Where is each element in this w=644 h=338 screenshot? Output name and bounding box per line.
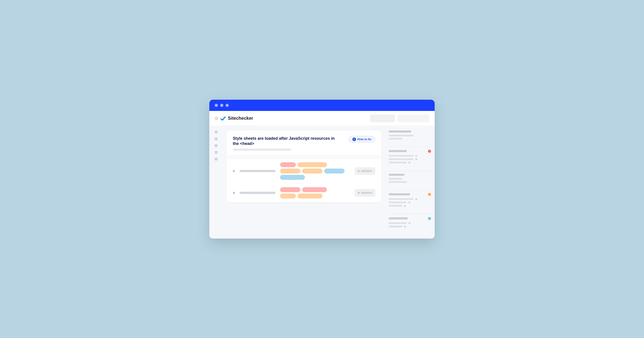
right-sub-row bbox=[389, 202, 431, 203]
row-action-button-2[interactable] bbox=[355, 189, 375, 196]
tags-row-2-2 bbox=[280, 193, 350, 198]
table-section bbox=[226, 156, 382, 202]
right-row-2 bbox=[389, 150, 431, 153]
right-row bbox=[389, 131, 431, 133]
right-sub-rows-5 bbox=[389, 222, 431, 227]
right-sub-row bbox=[389, 162, 431, 164]
sidebar-dot-5 bbox=[214, 158, 218, 161]
browser-titlebar bbox=[209, 100, 435, 111]
section-divider bbox=[389, 147, 431, 147]
right-indicator-orange bbox=[428, 193, 431, 196]
right-sub-row bbox=[389, 135, 431, 136]
browser-content: Style sheets are loaded after JavaScript… bbox=[209, 126, 435, 239]
right-bar bbox=[389, 131, 411, 133]
right-sub-row bbox=[389, 138, 431, 140]
right-sub-dot bbox=[404, 205, 406, 207]
tags-row-2 bbox=[280, 169, 350, 173]
titlebar-dot-1 bbox=[215, 104, 218, 107]
row-action-button[interactable] bbox=[355, 168, 375, 175]
tags-row-3 bbox=[280, 175, 350, 180]
brand-checkmark-icon bbox=[220, 115, 226, 122]
right-sub-dot bbox=[408, 222, 410, 224]
right-sub-rows bbox=[389, 135, 431, 140]
card-title-area: Style sheets are loaded after JavaScript… bbox=[233, 136, 341, 151]
how-to-fix-button[interactable]: ? How to fix bbox=[348, 136, 375, 143]
table-row bbox=[226, 184, 382, 202]
row-text-placeholder-2 bbox=[240, 192, 276, 194]
right-indicator-blue bbox=[428, 217, 431, 220]
right-sub-bar bbox=[389, 162, 407, 163]
right-bar-2 bbox=[389, 150, 407, 152]
right-sub-row bbox=[389, 159, 431, 160]
tag-orange-md-2 bbox=[302, 169, 322, 173]
right-sub-dot bbox=[415, 155, 417, 157]
question-icon: ? bbox=[352, 138, 356, 141]
right-sub-bar bbox=[389, 155, 414, 157]
right-row-5 bbox=[389, 217, 431, 220]
right-bar-5 bbox=[389, 217, 408, 219]
right-sub-row bbox=[389, 181, 431, 183]
tag-orange-lg bbox=[298, 193, 322, 198]
card-title: Style sheets are loaded after JavaScript… bbox=[233, 136, 341, 147]
brand-circle bbox=[215, 117, 218, 120]
tag-pink-lg bbox=[302, 187, 327, 192]
section-divider-3 bbox=[389, 190, 431, 190]
right-section-5 bbox=[389, 217, 431, 227]
sidebar-right bbox=[385, 126, 435, 239]
right-bar-4 bbox=[389, 193, 410, 195]
tag-orange-sm bbox=[280, 193, 296, 198]
right-bar-3 bbox=[389, 174, 404, 176]
tags-area bbox=[280, 162, 350, 180]
right-sub-bar bbox=[389, 178, 402, 179]
table-row bbox=[226, 159, 382, 184]
section-divider-2 bbox=[389, 171, 431, 171]
sidebar-dot-4 bbox=[214, 151, 218, 154]
right-indicator-red bbox=[428, 150, 431, 153]
action-btn-bar-2 bbox=[361, 192, 372, 194]
nav-button-1[interactable] bbox=[370, 115, 395, 122]
nav-button-2[interactable] bbox=[398, 115, 429, 122]
row-dot bbox=[233, 170, 235, 172]
right-sub-dot bbox=[404, 226, 406, 227]
tag-orange-xl bbox=[298, 162, 327, 167]
tag-blue-md bbox=[324, 169, 344, 173]
right-sub-dot bbox=[415, 159, 417, 160]
tag-orange-md-1 bbox=[280, 169, 300, 173]
how-to-fix-label: How to fix bbox=[358, 138, 371, 141]
issue-card: Style sheets are loaded after JavaScript… bbox=[226, 131, 382, 202]
right-sub-rows-2 bbox=[389, 155, 431, 164]
sidebar-left bbox=[209, 126, 223, 239]
section-divider-4 bbox=[389, 214, 431, 214]
right-sub-dot bbox=[415, 198, 417, 200]
sidebar-dot-1 bbox=[214, 131, 218, 134]
right-sub-bar bbox=[389, 135, 414, 136]
right-row-4 bbox=[389, 193, 431, 196]
right-sub-dot bbox=[408, 202, 410, 203]
browser-navbar: Sitechecker bbox=[209, 111, 435, 126]
right-row-3 bbox=[389, 174, 431, 176]
right-sub-row bbox=[389, 226, 431, 227]
right-section-3 bbox=[389, 174, 431, 183]
brand-logo: Sitechecker bbox=[220, 115, 253, 122]
tags-row-1 bbox=[280, 162, 350, 167]
sidebar-dot-2 bbox=[214, 137, 218, 141]
right-sub-bar bbox=[389, 198, 414, 200]
tags-row-2-1 bbox=[280, 187, 350, 192]
browser-window: Sitechecker Style sheets are loaded afte… bbox=[209, 100, 435, 239]
right-sub-bar bbox=[389, 138, 402, 140]
tags-area-2 bbox=[280, 187, 350, 198]
row-text-placeholder bbox=[240, 170, 276, 172]
sidebar-dot-3 bbox=[214, 144, 218, 147]
action-btn-dot bbox=[358, 170, 360, 172]
right-sub-bar bbox=[389, 226, 402, 227]
right-sub-rows-3 bbox=[389, 178, 431, 183]
right-sub-bar bbox=[389, 159, 414, 160]
right-sub-rows-4 bbox=[389, 198, 431, 207]
card-header: Style sheets are loaded after JavaScript… bbox=[226, 131, 382, 156]
right-sub-bar bbox=[389, 205, 402, 207]
right-sub-row bbox=[389, 198, 431, 200]
right-sub-bar bbox=[389, 222, 407, 224]
card-subtitle-bar bbox=[233, 149, 291, 151]
action-btn-bar bbox=[361, 170, 372, 172]
right-section-4 bbox=[389, 193, 431, 207]
